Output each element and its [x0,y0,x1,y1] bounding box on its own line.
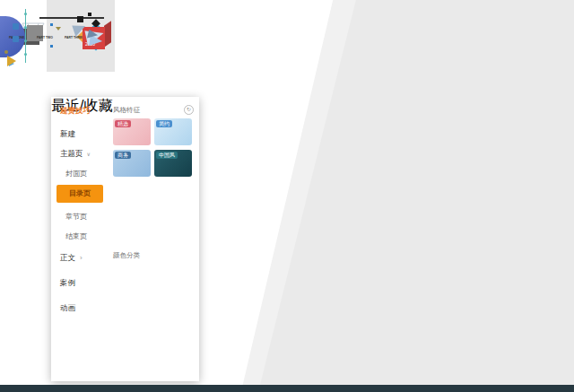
card7-dot [4,50,8,54]
menu-item-body[interactable]: 正文 [60,253,83,264]
style-tile-gradient[interactable]: 渐变 [154,181,192,208]
card-part-label: PART THREE [65,36,83,39]
style-tile-party[interactable]: 党政 [113,181,151,208]
new-slide-popup: 超赞技巧 新建 主题页 封面页 目录页 章节页 结束页 正文 案例 动画 风格特… [51,97,199,381]
menu-item-animation[interactable]: 动画 [60,303,75,314]
style-tile-chinese[interactable]: 中国风 [154,150,192,177]
style-tile-fresh[interactable]: 小清新 [113,213,151,240]
card8-black-square [88,13,91,16]
style-tile-featured[interactable]: 精选 [113,118,151,145]
taskbar [0,385,574,392]
style-tile-cartoon[interactable]: 卡通 [154,213,192,240]
color-header: 颜色分类 [113,251,140,260]
menu-item-toc-page[interactable]: 目录页 [57,185,103,203]
style-tile-business[interactable]: 商务 [113,150,151,177]
card-part-label: PART TWO [37,36,53,39]
menu-item-theme-page[interactable]: 主题页 [60,149,91,160]
menu-item-case[interactable]: 案例 [60,278,75,289]
card7-triangle [7,56,16,66]
wps-presentation-window: 文件 ▤ ⊞ ↶ ↷ ∨ 开始 插入 设计 切换 动画 幻灯片放映 审阅 视图 … [0,0,574,392]
menu-item-cover-page[interactable]: 封面页 [65,169,87,179]
menu-item-section-page[interactable]: 章节页 [65,212,87,222]
style-header: 风格特征 [113,106,140,115]
refresh-icon[interactable] [184,105,194,115]
popup-header: 超赞技巧 [60,106,91,117]
menu-item-end-page[interactable]: 结束页 [65,231,87,241]
menu-item-new[interactable]: 新建 [60,129,75,140]
style-tile-simple[interactable]: 简约 [154,118,192,145]
